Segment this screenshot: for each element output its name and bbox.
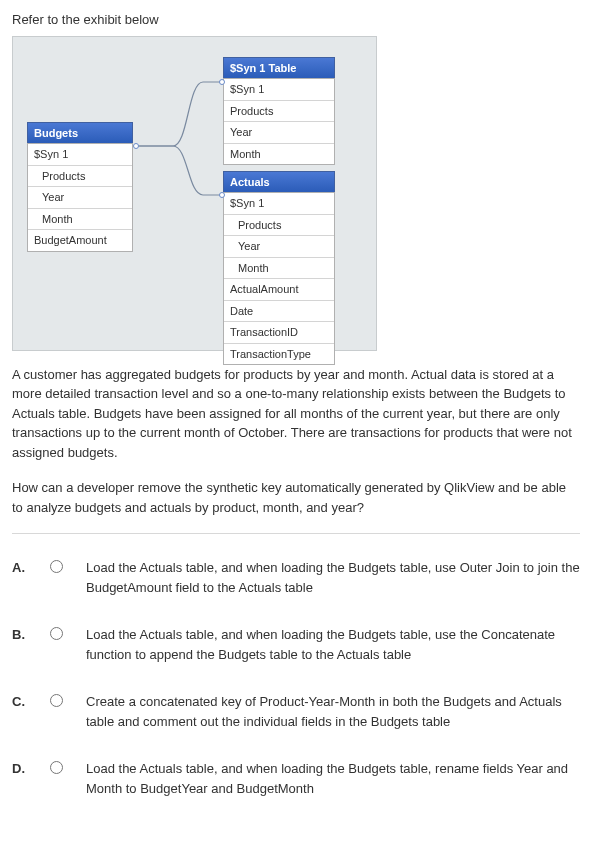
question-narrative: A customer has aggregated budgets for pr… bbox=[12, 365, 580, 463]
separator bbox=[12, 533, 580, 534]
connector-dot bbox=[219, 79, 225, 85]
question-text: How can a developer remove the synthetic… bbox=[12, 478, 580, 517]
field: $Syn 1 bbox=[224, 79, 334, 101]
table-body: $Syn 1 Products Year Month BudgetAmount bbox=[27, 143, 133, 252]
option-letter: D. bbox=[12, 759, 50, 779]
option-letter: C. bbox=[12, 692, 50, 712]
option-letter: A. bbox=[12, 558, 50, 578]
exhibit-diagram: Budgets $Syn 1 Products Year Month Budge… bbox=[12, 36, 377, 351]
table-header: Actuals bbox=[223, 171, 335, 193]
field: TransactionID bbox=[224, 322, 334, 344]
option-a-radio[interactable] bbox=[50, 560, 63, 573]
connector-dot bbox=[133, 143, 139, 149]
table-body: $Syn 1 Products Year Month bbox=[223, 78, 335, 165]
option-b-radio[interactable] bbox=[50, 627, 63, 640]
option-a-row: A. Load the Actuals table, and when load… bbox=[12, 548, 580, 615]
option-d-radio[interactable] bbox=[50, 761, 63, 774]
field: Month bbox=[28, 209, 132, 231]
field: Products bbox=[224, 215, 334, 237]
field: ActualAmount bbox=[224, 279, 334, 301]
table-actuals: Actuals $Syn 1 Products Year Month Actua… bbox=[223, 171, 335, 366]
table-header: $Syn 1 Table bbox=[223, 57, 335, 79]
field: Month bbox=[224, 258, 334, 280]
field: TransactionType bbox=[224, 344, 334, 365]
field: Date bbox=[224, 301, 334, 323]
connector-dot bbox=[219, 192, 225, 198]
field: Month bbox=[224, 144, 334, 165]
option-c-row: C. Create a concatenated key of Product-… bbox=[12, 682, 580, 749]
option-b-row: B. Load the Actuals table, and when load… bbox=[12, 615, 580, 682]
field: $Syn 1 bbox=[28, 144, 132, 166]
field: Year bbox=[224, 122, 334, 144]
table-body: $Syn 1 Products Year Month ActualAmount … bbox=[223, 192, 335, 365]
field: Products bbox=[224, 101, 334, 123]
table-header: Budgets bbox=[27, 122, 133, 144]
option-d-row: D. Load the Actuals table, and when load… bbox=[12, 749, 580, 816]
exhibit-intro: Refer to the exhibit below bbox=[12, 10, 580, 30]
option-text: Load the Actuals table, and when loading… bbox=[68, 759, 580, 798]
table-budgets: Budgets $Syn 1 Products Year Month Budge… bbox=[27, 122, 133, 252]
option-text: Load the Actuals table, and when loading… bbox=[68, 558, 580, 597]
option-text: Load the Actuals table, and when loading… bbox=[68, 625, 580, 664]
option-letter: B. bbox=[12, 625, 50, 645]
answer-options: A. Load the Actuals table, and when load… bbox=[12, 548, 580, 816]
table-syn: $Syn 1 Table $Syn 1 Products Year Month bbox=[223, 57, 335, 166]
field: $Syn 1 bbox=[224, 193, 334, 215]
field: BudgetAmount bbox=[28, 230, 132, 251]
option-c-radio[interactable] bbox=[50, 694, 63, 707]
field: Year bbox=[224, 236, 334, 258]
field: Products bbox=[28, 166, 132, 188]
option-text: Create a concatenated key of Product-Yea… bbox=[68, 692, 580, 731]
field: Year bbox=[28, 187, 132, 209]
